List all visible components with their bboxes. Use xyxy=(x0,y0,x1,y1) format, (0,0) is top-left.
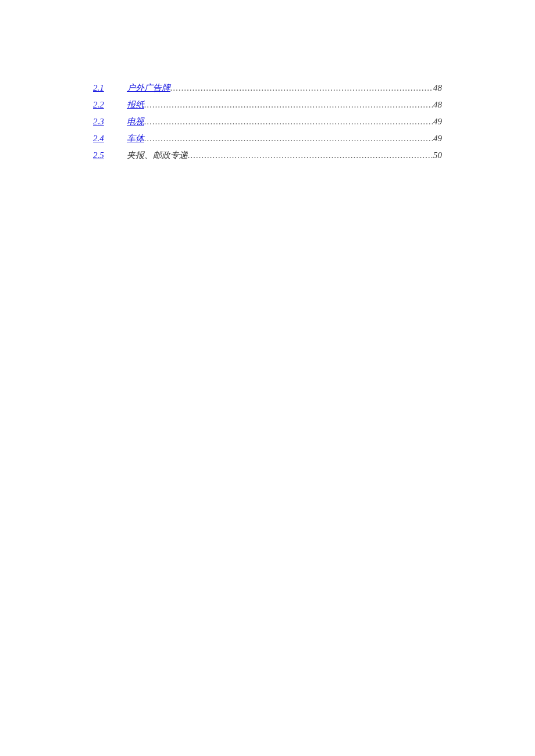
toc-title-link[interactable]: 电视 xyxy=(127,116,144,127)
toc-number-link[interactable]: 2.1 xyxy=(93,83,116,93)
toc-page-number: 48 xyxy=(433,100,442,110)
toc-entry: 2.2 报纸 48 xyxy=(93,99,442,110)
toc-leader-dots xyxy=(188,151,433,160)
toc-title-link[interactable]: 报纸 xyxy=(127,99,144,110)
toc-container: 2.1 户外广告牌 48 2.2 报纸 48 2.3 电视 49 2.4 车体 … xyxy=(93,83,442,161)
toc-title-text: 夹报、邮政专递 xyxy=(127,150,188,161)
toc-number-link[interactable]: 2.3 xyxy=(93,117,116,127)
toc-number-link[interactable]: 2.5 xyxy=(93,151,116,160)
toc-leader-dots xyxy=(144,100,433,110)
toc-entry: 2.5 夹报、邮政专递 50 xyxy=(93,150,442,161)
toc-page-number: 50 xyxy=(433,151,442,160)
toc-number-link[interactable]: 2.4 xyxy=(93,134,116,144)
toc-number-link[interactable]: 2.2 xyxy=(93,100,116,110)
toc-page-number: 49 xyxy=(433,134,442,144)
toc-entry: 2.1 户外广告牌 48 xyxy=(93,83,442,94)
toc-entry: 2.4 车体 49 xyxy=(93,133,442,144)
toc-leader-dots xyxy=(144,117,433,127)
toc-leader-dots xyxy=(144,134,433,144)
toc-page-number: 48 xyxy=(433,83,442,93)
toc-entry: 2.3 电视 49 xyxy=(93,116,442,127)
toc-title-link[interactable]: 车体 xyxy=(127,133,144,144)
toc-page-number: 49 xyxy=(433,117,442,127)
toc-title-link[interactable]: 户外广告牌 xyxy=(127,83,170,94)
toc-leader-dots xyxy=(170,83,433,93)
